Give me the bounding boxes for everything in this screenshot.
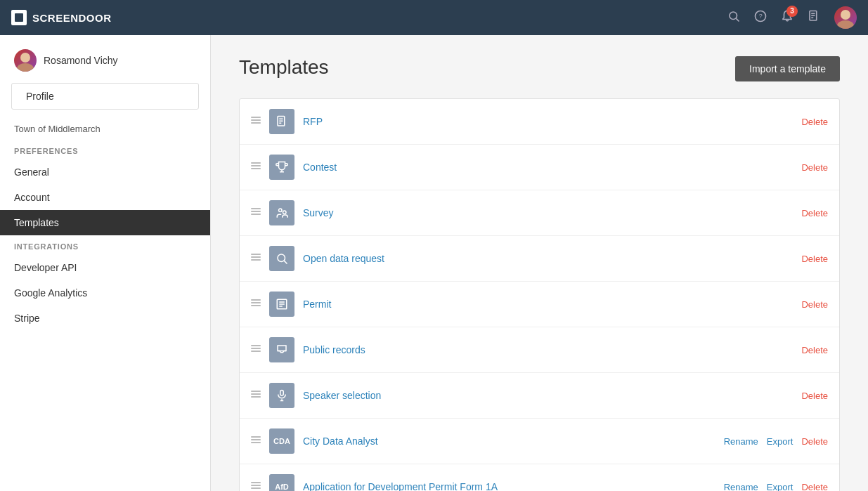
template-delete-action[interactable]: Delete bbox=[801, 117, 828, 127]
template-name[interactable]: Permit bbox=[303, 299, 793, 310]
svg-rect-45 bbox=[251, 396, 261, 398]
svg-rect-53 bbox=[251, 485, 261, 486]
svg-rect-43 bbox=[251, 391, 261, 392]
search-icon[interactable] bbox=[727, 10, 740, 26]
sidebar-item-developer-api[interactable]: Developer API bbox=[0, 255, 210, 280]
template-delete-action[interactable]: Delete bbox=[801, 391, 828, 401]
template-name[interactable]: RFP bbox=[303, 116, 793, 127]
profile-link[interactable]: Profile bbox=[11, 83, 199, 110]
drag-handle-icon[interactable] bbox=[251, 252, 261, 265]
user-avatar[interactable] bbox=[834, 6, 857, 29]
svg-point-11 bbox=[20, 53, 30, 63]
svg-rect-29 bbox=[251, 256, 261, 258]
integrations-section-label: INTEGRATIONS bbox=[0, 235, 210, 255]
template-delete-action[interactable]: Delete bbox=[801, 162, 828, 173]
template-actions: Delete bbox=[801, 254, 828, 264]
template-delete-action[interactable]: Delete bbox=[801, 208, 828, 218]
layout: Rosamond Vichy Profile Town of Middlemar… bbox=[0, 35, 868, 491]
sidebar-user-name: Rosamond Vichy bbox=[44, 55, 118, 66]
template-actions: RenameExportDelete bbox=[724, 482, 828, 492]
table-row: Speaker selection Delete bbox=[240, 373, 839, 419]
help-icon[interactable]: ? bbox=[754, 10, 767, 26]
svg-rect-54 bbox=[251, 487, 261, 489]
template-delete-action[interactable]: Delete bbox=[801, 436, 828, 447]
sidebar-item-account[interactable]: Account bbox=[0, 185, 210, 210]
drag-handle-icon[interactable] bbox=[251, 389, 261, 402]
template-actions: Delete bbox=[801, 162, 828, 173]
svg-point-26 bbox=[279, 209, 283, 212]
drag-handle-icon[interactable] bbox=[251, 298, 261, 310]
svg-line-2 bbox=[736, 18, 739, 21]
table-row: CDA City Data Analyst RenameExportDelete bbox=[240, 419, 839, 464]
svg-rect-23 bbox=[251, 208, 261, 209]
import-template-button[interactable]: Import a template bbox=[735, 56, 840, 81]
template-actions: RenameExportDelete bbox=[724, 436, 828, 447]
template-name[interactable]: Speaker selection bbox=[303, 390, 793, 401]
template-name[interactable]: Contest bbox=[303, 162, 793, 173]
templates-list: RFP Delete Contest Delete Survey Delete … bbox=[239, 98, 840, 491]
svg-rect-42 bbox=[251, 351, 261, 352]
template-delete-action[interactable]: Delete bbox=[801, 299, 828, 310]
svg-rect-35 bbox=[251, 305, 261, 306]
template-actions: Delete bbox=[801, 117, 828, 127]
template-delete-action[interactable]: Delete bbox=[801, 482, 828, 492]
table-row: Public records Delete bbox=[240, 327, 839, 373]
main-content: Templates Import a template RFP Delete C… bbox=[211, 35, 868, 491]
drag-handle-icon[interactable] bbox=[251, 161, 261, 174]
table-row: AfD Application for Development Permit F… bbox=[240, 464, 839, 491]
svg-line-32 bbox=[284, 261, 287, 263]
svg-rect-24 bbox=[251, 211, 261, 212]
table-row: Open data request Delete bbox=[240, 236, 839, 282]
svg-rect-51 bbox=[251, 442, 261, 443]
template-delete-action[interactable]: Delete bbox=[801, 345, 828, 355]
sidebar-item-google-analytics[interactable]: Google Analytics bbox=[0, 280, 210, 306]
sidebar-item-stripe[interactable]: Stripe bbox=[0, 306, 210, 331]
template-name[interactable]: City Data Analyst bbox=[303, 436, 715, 447]
preferences-section-label: PREFERENCES bbox=[0, 140, 210, 159]
template-name[interactable]: Survey bbox=[303, 207, 793, 218]
drag-handle-icon[interactable] bbox=[251, 115, 261, 128]
svg-point-31 bbox=[278, 254, 285, 262]
page-title: Templates bbox=[239, 56, 329, 79]
template-name[interactable]: Public records bbox=[303, 344, 793, 355]
app-logo[interactable]: SCREENDOOR bbox=[11, 10, 112, 25]
svg-rect-22 bbox=[251, 168, 261, 169]
svg-rect-28 bbox=[251, 254, 261, 255]
svg-point-1 bbox=[730, 12, 737, 20]
template-name[interactable]: Open data request bbox=[303, 253, 793, 264]
template-icon bbox=[269, 155, 294, 180]
sidebar-item-templates[interactable]: Templates bbox=[0, 210, 210, 235]
template-name[interactable]: Application for Development Permit Form … bbox=[303, 481, 715, 491]
svg-rect-52 bbox=[251, 482, 261, 483]
notifications-icon[interactable]: 3 bbox=[781, 10, 793, 26]
template-export-action[interactable]: Export bbox=[767, 436, 793, 447]
template-icon bbox=[269, 292, 294, 317]
svg-rect-21 bbox=[251, 165, 261, 166]
template-rename-action[interactable]: Rename bbox=[724, 482, 758, 492]
template-export-action[interactable]: Export bbox=[767, 482, 793, 492]
svg-rect-34 bbox=[251, 302, 261, 303]
table-row: Contest Delete bbox=[240, 145, 839, 190]
docs-icon[interactable] bbox=[808, 10, 820, 26]
template-actions: Delete bbox=[801, 391, 828, 401]
svg-text:?: ? bbox=[759, 13, 763, 20]
drag-handle-icon[interactable] bbox=[251, 207, 261, 219]
svg-point-9 bbox=[841, 10, 850, 20]
sidebar-org: Town of Middlemarch bbox=[0, 124, 210, 140]
template-rename-action[interactable]: Rename bbox=[724, 436, 758, 447]
svg-rect-33 bbox=[251, 299, 261, 301]
template-delete-action[interactable]: Delete bbox=[801, 254, 828, 264]
template-icon: AfD bbox=[269, 474, 294, 491]
table-row: Permit Delete bbox=[240, 282, 839, 327]
svg-rect-0 bbox=[15, 13, 23, 22]
logo-icon bbox=[11, 10, 27, 25]
svg-rect-13 bbox=[251, 117, 261, 118]
drag-handle-icon[interactable] bbox=[251, 435, 261, 447]
sidebar-user: Rosamond Vichy bbox=[0, 49, 210, 83]
drag-handle-icon[interactable] bbox=[251, 480, 261, 491]
drag-handle-icon[interactable] bbox=[251, 343, 261, 356]
svg-rect-44 bbox=[251, 393, 261, 395]
template-icon bbox=[269, 246, 294, 271]
svg-point-27 bbox=[283, 211, 287, 214]
sidebar-item-general[interactable]: General bbox=[0, 159, 210, 185]
